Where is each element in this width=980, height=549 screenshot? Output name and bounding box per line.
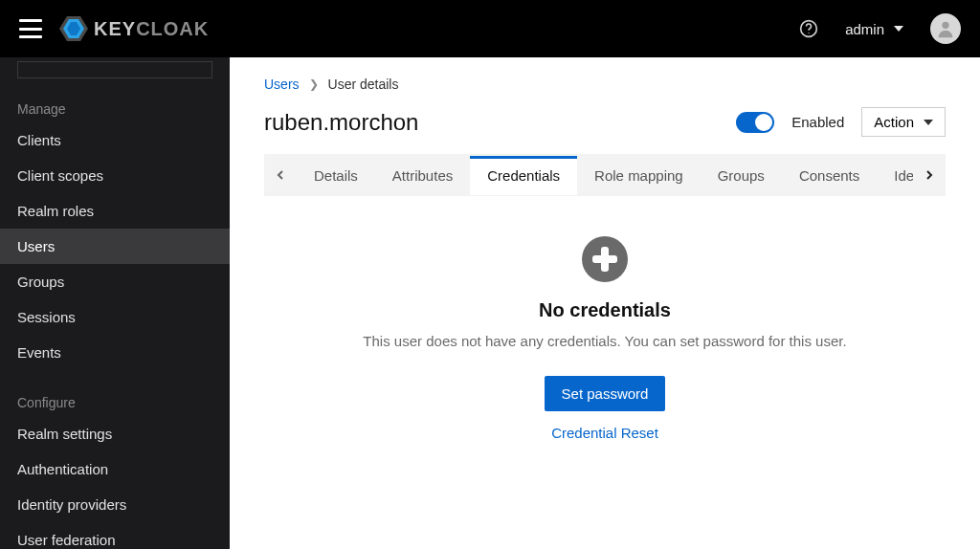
tab-groups[interactable]: Groups <box>701 156 782 195</box>
topbar-left: KEYCLOAK <box>19 16 209 41</box>
credential-reset-link[interactable]: Credential Reset <box>551 425 658 441</box>
breadcrumb: Users ❯ User details <box>264 77 946 92</box>
set-password-button[interactable]: Set password <box>545 376 666 411</box>
main-content: Users ❯ User details ruben.morchon Enabl… <box>230 57 980 549</box>
sidebar-item-groups[interactable]: Groups <box>0 264 230 299</box>
empty-description: This user does not have any credentials.… <box>363 333 846 349</box>
realm-selector[interactable] <box>17 61 212 78</box>
user-menu[interactable]: admin <box>845 21 903 37</box>
sidebar-item-realm-roles[interactable]: Realm roles <box>0 193 230 229</box>
tab-credentials[interactable]: Credentials <box>470 156 577 195</box>
plus-circle-icon <box>582 236 628 282</box>
svg-point-5 <box>942 22 948 29</box>
topbar: KEYCLOAK admin <box>0 0 980 57</box>
avatar-icon[interactable] <box>930 13 961 44</box>
topbar-right: admin <box>799 13 961 44</box>
sidebar-item-user-federation[interactable]: User federation <box>0 522 230 549</box>
hamburger-icon[interactable] <box>19 19 42 38</box>
enabled-label: Enabled <box>791 114 844 130</box>
sidebar: Manage ClientsClient scopesRealm rolesUs… <box>0 57 230 549</box>
action-label: Action <box>874 114 914 130</box>
enabled-toggle[interactable] <box>736 112 774 133</box>
action-dropdown[interactable]: Action <box>861 107 946 137</box>
tab-attributes[interactable]: Attributes <box>375 156 470 195</box>
tab-consents[interactable]: Consents <box>782 156 877 195</box>
tab-details[interactable]: Details <box>297 156 375 195</box>
sidebar-group-configure: Configure <box>0 384 230 416</box>
page-header: ruben.morchon Enabled Action <box>264 107 946 137</box>
keycloak-icon <box>59 16 88 41</box>
sidebar-item-identity-providers[interactable]: Identity providers <box>0 487 230 522</box>
tab-scroll-left[interactable] <box>264 154 297 196</box>
brand-text: KEYCLOAK <box>94 18 209 40</box>
tab-scroll-right[interactable] <box>913 154 946 196</box>
chevron-right-icon: ❯ <box>309 77 319 91</box>
sidebar-item-clients[interactable]: Clients <box>0 122 230 158</box>
sidebar-item-users[interactable]: Users <box>0 229 230 264</box>
sidebar-item-events[interactable]: Events <box>0 335 230 370</box>
breadcrumb-root[interactable]: Users <box>264 77 300 92</box>
caret-down-icon <box>924 120 933 125</box>
tabs-container: DetailsAttributesCredentialsRole mapping… <box>264 154 946 196</box>
tab-role-mapping[interactable]: Role mapping <box>577 156 701 195</box>
tab-identity-provide[interactable]: Identity provide <box>877 156 913 195</box>
page-title: ruben.morchon <box>264 109 418 136</box>
empty-title: No credentials <box>539 299 671 321</box>
empty-state: No credentials This user does not have a… <box>264 196 946 441</box>
brand-logo[interactable]: KEYCLOAK <box>59 16 209 41</box>
help-icon[interactable] <box>799 19 818 38</box>
sidebar-item-client-scopes[interactable]: Client scopes <box>0 158 230 193</box>
sidebar-item-sessions[interactable]: Sessions <box>0 299 230 335</box>
sidebar-item-realm-settings[interactable]: Realm settings <box>0 416 230 451</box>
sidebar-item-authentication[interactable]: Authentication <box>0 451 230 487</box>
caret-down-icon <box>894 26 903 32</box>
sidebar-group-manage: Manage <box>0 90 230 122</box>
header-controls: Enabled Action <box>736 107 946 137</box>
svg-point-4 <box>808 33 809 33</box>
breadcrumb-current: User details <box>328 77 399 92</box>
username-label: admin <box>845 21 884 37</box>
